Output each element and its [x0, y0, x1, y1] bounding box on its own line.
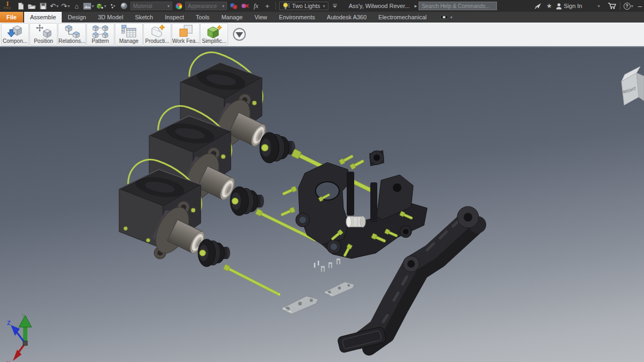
view-cube[interactable]: RIGHT: [621, 67, 644, 105]
community-button[interactable]: [533, 1, 543, 11]
manage-button[interactable]: Manage: [115, 23, 143, 46]
add-quick-tool-button[interactable]: +: [262, 1, 272, 11]
parameters-button[interactable]: fx: [251, 1, 261, 11]
balance-bar-spacer: [346, 217, 365, 227]
material-dropdown[interactable]: Material ▾: [130, 2, 172, 10]
store-button[interactable]: [607, 1, 617, 11]
relationships-button[interactable]: Relations...: [58, 23, 86, 46]
clear-appearance-button[interactable]: [240, 1, 250, 11]
signin-caret-icon[interactable]: ▾: [598, 4, 600, 9]
minimize-button[interactable]: –: [638, 2, 642, 10]
retainer-clips[interactable]: [314, 258, 340, 272]
redo-caret-icon: ▾: [68, 4, 70, 9]
titlebar-divider-2: [620, 2, 620, 10]
tab-assemble[interactable]: Assemble: [24, 12, 62, 23]
clear-appearance-icon: [241, 2, 249, 10]
tab-sketch[interactable]: Sketch: [129, 12, 159, 23]
inventor-logo[interactable]: I PRO: [1, 1, 14, 11]
lighting-style-dropdown[interactable]: Two Lights ▾: [279, 2, 328, 10]
balance-bar-plate-1[interactable]: [281, 296, 318, 314]
tab-environments[interactable]: Environments: [273, 12, 321, 23]
pushrod-boot-3[interactable]: [198, 239, 230, 267]
ribbon-display-caret-icon: ▾: [450, 15, 452, 20]
appearance-caret-icon: ▾: [222, 4, 224, 9]
tweak-button[interactable]: [108, 1, 118, 11]
material-caret-icon: ▾: [167, 4, 170, 9]
tweak-dots-icon: [109, 3, 116, 9]
pushrod-boot-1[interactable]: [260, 132, 295, 163]
adjust-appearance-button[interactable]: [229, 1, 238, 11]
open-folder-icon: [27, 2, 36, 10]
tab-view[interactable]: View: [248, 12, 273, 23]
plus-icon: +: [265, 3, 269, 10]
help-caret-icon: ▾: [631, 4, 633, 9]
appearance-dropdown[interactable]: Appearance ▾: [185, 2, 227, 10]
render-scene-button[interactable]: ▾: [83, 1, 94, 11]
title-bar: I PRO ↶ ▾ ↷ ▾ ⌂ ▾ ▾ Material ▾: [0, 0, 644, 12]
favorites-button[interactable]: ★: [544, 1, 554, 11]
person-icon: [555, 3, 562, 10]
ribbon-expander-icon: [233, 28, 246, 41]
sign-in-button[interactable]: Sign In: [555, 1, 583, 11]
tab-3d-model[interactable]: 3D Model: [92, 12, 129, 23]
save-icon: [39, 2, 47, 10]
stacked-caret-icon: [332, 3, 338, 9]
productivity-icon: [149, 24, 166, 38]
more-settings-button[interactable]: [330, 1, 340, 11]
title-expand-icon[interactable]: ▸: [414, 4, 417, 9]
simplification-button[interactable]: Simplific...: [200, 23, 228, 46]
model-viewport[interactable]: RIGHT Y Z X: [0, 47, 644, 362]
balance-bar-plate-2[interactable]: [324, 282, 354, 297]
tab-electromechanical[interactable]: Electromechanical: [372, 12, 433, 23]
search-input[interactable]: [419, 2, 497, 10]
tab-inspect[interactable]: Inspect: [159, 12, 189, 23]
triad-z-label: Z: [7, 320, 11, 326]
tab-file[interactable]: File: [0, 12, 23, 23]
help-icon: ?: [624, 3, 631, 10]
open-button[interactable]: [27, 1, 36, 11]
tab-tools[interactable]: Tools: [190, 12, 216, 23]
work-features-button[interactable]: Work Fea...: [172, 23, 200, 46]
relationships-icon: [63, 24, 80, 38]
manage-icon: [120, 24, 137, 38]
redo-icon: ↷: [61, 3, 67, 10]
lighting-caret-icon: ▾: [323, 4, 325, 9]
ribbon-panel: Compon... Position Relations... Pattern: [0, 23, 644, 47]
ribbon-expander[interactable]: [229, 23, 250, 46]
pattern-icon: [92, 24, 109, 38]
simplification-icon: [206, 24, 223, 38]
undo-button[interactable]: ↶ ▾: [49, 1, 59, 11]
component-caret-icon: ▾: [104, 4, 106, 9]
help-button[interactable]: ? ▾: [624, 1, 633, 11]
undo-caret-icon: ▾: [56, 4, 58, 9]
sign-in-label: Sign In: [564, 3, 582, 9]
new-file-button[interactable]: [16, 1, 25, 11]
new-file-icon: [17, 2, 25, 10]
viewport-canvas[interactable]: RIGHT Y Z X: [0, 47, 644, 362]
ribbon-display-button[interactable]: ▾: [440, 12, 452, 23]
render-caret-icon: ▾: [92, 4, 94, 9]
origin-triad: Y Z X: [6, 313, 32, 362]
tab-design[interactable]: Design: [62, 12, 92, 23]
ribbon-display-icon: [440, 15, 448, 19]
position-button[interactable]: Position: [30, 23, 57, 46]
measure-component-button[interactable]: ▾: [96, 1, 106, 11]
save-button[interactable]: [38, 1, 48, 11]
push-rod-3[interactable]: [223, 264, 282, 298]
color-wheel-button[interactable]: [174, 1, 184, 11]
home-icon: ⌂: [75, 3, 79, 10]
redo-button[interactable]: ↷ ▾: [61, 1, 70, 11]
cart-icon: [608, 2, 616, 10]
pedal-mount-bracket[interactable]: [280, 150, 427, 258]
material-sphere-button[interactable]: [119, 1, 129, 11]
material-sphere-icon: [120, 2, 128, 10]
productivity-button[interactable]: Producti...: [143, 23, 171, 46]
tab-manage[interactable]: Manage: [215, 12, 248, 23]
component-button[interactable]: Compon...: [1, 23, 29, 46]
tab-autodesk-a360[interactable]: Autodesk A360: [321, 12, 372, 23]
color-wheel-icon: [175, 3, 182, 10]
home-view-button[interactable]: ⌂: [72, 1, 82, 11]
satellite-icon: [534, 2, 542, 10]
render-scene-icon: [83, 3, 91, 10]
pattern-button[interactable]: Pattern: [86, 23, 114, 46]
